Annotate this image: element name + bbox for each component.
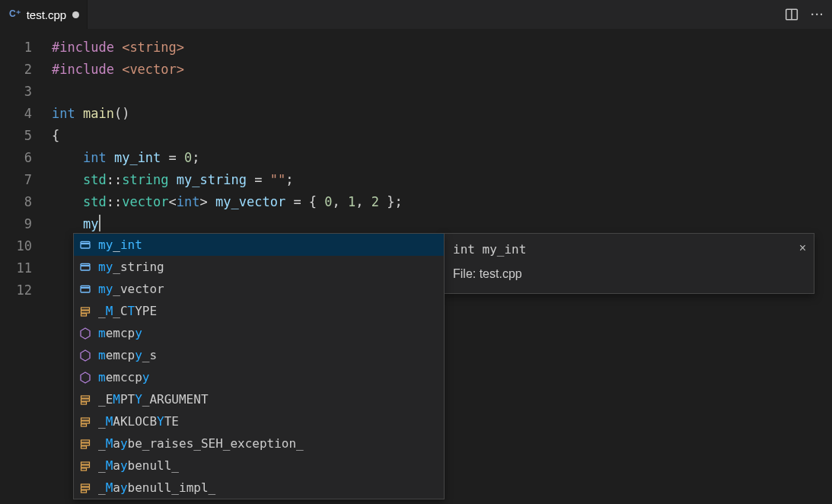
- more-actions-icon[interactable]: ···: [811, 8, 824, 21]
- svg-rect-23: [81, 484, 90, 486]
- autocomplete-detail: × int my_int File: test.cpp: [443, 233, 814, 294]
- code-content: std::string my_string = "";: [52, 169, 293, 191]
- variable-icon: [78, 282, 92, 296]
- code-line[interactable]: 1#include <string>: [0, 37, 832, 59]
- code-content: int main(): [52, 103, 129, 125]
- code-content: #include <string>: [52, 37, 184, 59]
- detail-signature: int my_int: [453, 240, 805, 260]
- svg-rect-25: [81, 490, 87, 493]
- suggest-item[interactable]: memccpy: [74, 366, 444, 388]
- code-line[interactable]: 4int main(): [0, 103, 832, 125]
- suggest-label: my_string: [98, 256, 164, 278]
- code-content: std::vector<int> my_vector = { 0, 1, 2 }…: [52, 191, 403, 213]
- svg-rect-3: [81, 241, 90, 244]
- suggest-item[interactable]: _MAKLOCBYTE: [74, 410, 444, 432]
- suggest-item[interactable]: my_vector: [74, 278, 444, 300]
- line-number: 6: [0, 147, 52, 169]
- svg-rect-13: [81, 402, 87, 404]
- editor-title-actions: ···: [785, 0, 832, 29]
- suggest-label: _EMPTY_ARGUMENT: [98, 388, 209, 410]
- svg-rect-15: [81, 421, 90, 423]
- suggest-label: my_vector: [98, 278, 164, 300]
- detail-file: File: test.cpp: [453, 264, 805, 284]
- constant-icon: [78, 481, 92, 495]
- suggest-label: _MAKLOCBYTE: [98, 410, 179, 432]
- suggest-item[interactable]: _Maybe_raises_SEH_exception_: [74, 432, 444, 455]
- suggest-label: _Maybe_raises_SEH_exception_: [98, 432, 304, 455]
- suggest-label: my_int: [98, 234, 142, 256]
- suggest-label: memcpy_s: [98, 344, 157, 366]
- code-line[interactable]: 6 int my_int = 0;: [0, 147, 832, 169]
- constant-icon: [78, 305, 92, 318]
- svg-rect-22: [81, 468, 87, 471]
- line-number: 12: [0, 279, 52, 301]
- variable-icon: [78, 238, 92, 252]
- tab-test-cpp[interactable]: C⁺ test.cpp: [0, 0, 88, 29]
- split-editor-icon[interactable]: [785, 8, 799, 21]
- suggest-item[interactable]: memcpy_s: [74, 344, 444, 366]
- code-content: int my_int = 0;: [52, 147, 200, 169]
- svg-rect-14: [81, 418, 90, 420]
- svg-rect-2: [81, 244, 90, 248]
- line-number: 4: [0, 103, 52, 125]
- suggest-item[interactable]: _M_CTYPE: [74, 300, 444, 322]
- suggest-label: _Maybenull_impl_: [98, 477, 215, 499]
- svg-rect-20: [81, 462, 90, 464]
- unsaved-indicator-icon: [72, 11, 79, 18]
- svg-rect-24: [81, 487, 90, 490]
- function-icon: [78, 327, 92, 340]
- suggest-item[interactable]: memcpy: [74, 322, 444, 344]
- code-line[interactable]: 3: [0, 81, 832, 103]
- constant-icon: [78, 415, 92, 429]
- svg-rect-5: [81, 263, 90, 266]
- line-number: 8: [0, 191, 52, 213]
- code-line[interactable]: 5{: [0, 125, 832, 147]
- suggest-label: _M_CTYPE: [98, 300, 157, 322]
- suggest-item[interactable]: my_string: [74, 256, 444, 278]
- code-content: {: [52, 125, 59, 147]
- autocomplete-list[interactable]: my_intmy_stringmy_vector_M_CTYPEmemcpyme…: [73, 233, 445, 499]
- svg-rect-7: [81, 285, 90, 288]
- svg-rect-9: [81, 311, 90, 313]
- close-icon[interactable]: ×: [799, 238, 806, 258]
- function-icon: [78, 349, 92, 362]
- svg-rect-6: [81, 288, 90, 292]
- svg-rect-4: [81, 266, 90, 270]
- svg-rect-8: [81, 308, 90, 310]
- svg-rect-12: [81, 399, 90, 401]
- line-number: 7: [0, 169, 52, 191]
- line-number: 10: [0, 235, 52, 257]
- variable-icon: [78, 260, 92, 274]
- cpp-file-icon: C⁺: [9, 8, 21, 19]
- suggest-label: memcpy: [98, 322, 142, 344]
- line-number: 3: [0, 81, 52, 103]
- function-icon: [78, 371, 92, 384]
- line-number: 2: [0, 59, 52, 81]
- code-content: my: [52, 213, 100, 235]
- svg-rect-17: [81, 440, 90, 442]
- constant-icon: [78, 393, 92, 407]
- line-number: 9: [0, 213, 52, 235]
- line-number: 1: [0, 37, 52, 59]
- svg-rect-19: [81, 446, 87, 448]
- code-line[interactable]: 7 std::string my_string = "";: [0, 169, 832, 191]
- code-line[interactable]: 8 std::vector<int> my_vector = { 0, 1, 2…: [0, 191, 832, 213]
- suggest-item[interactable]: _Maybenull_: [74, 455, 444, 477]
- code-line[interactable]: 9 my: [0, 213, 832, 235]
- suggest-item[interactable]: my_int: [74, 234, 444, 256]
- code-line[interactable]: 2#include <vector>: [0, 59, 832, 81]
- code-content: #include <vector>: [52, 59, 184, 81]
- svg-rect-21: [81, 465, 90, 467]
- tab-filename: test.cpp: [27, 8, 67, 21]
- suggest-label: _Maybenull_: [98, 455, 179, 477]
- svg-rect-10: [81, 314, 87, 316]
- text-cursor: [99, 215, 100, 231]
- constant-icon: [78, 459, 92, 473]
- line-number: 11: [0, 257, 52, 279]
- suggest-item[interactable]: _EMPTY_ARGUMENT: [74, 388, 444, 410]
- suggest-label: memccpy: [98, 366, 149, 388]
- suggest-item[interactable]: _Maybenull_impl_: [74, 477, 444, 499]
- svg-rect-16: [81, 424, 87, 426]
- line-number: 5: [0, 125, 52, 147]
- svg-rect-11: [81, 396, 90, 398]
